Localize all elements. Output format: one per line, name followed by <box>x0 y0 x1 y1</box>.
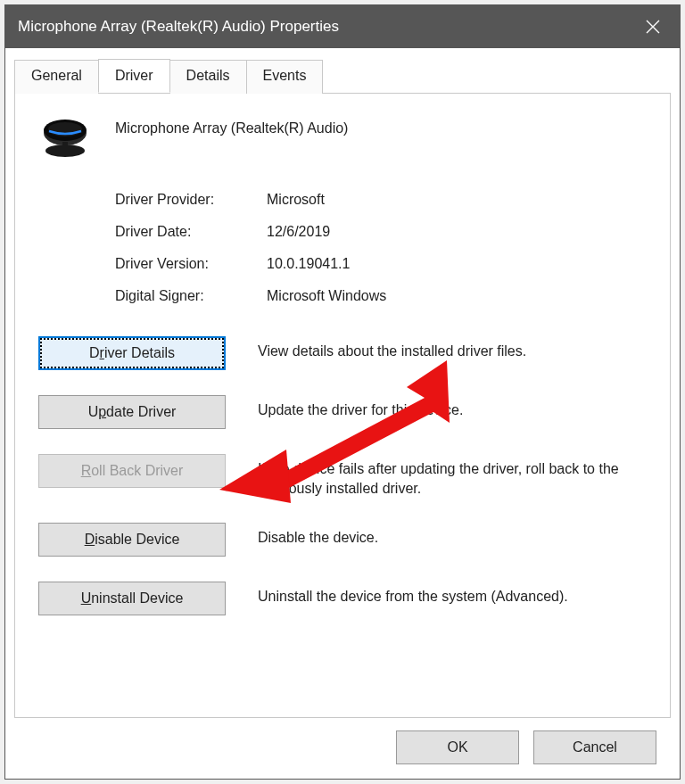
update-driver-button[interactable]: Update Driver <box>38 395 226 429</box>
tab-details[interactable]: Details <box>169 60 247 94</box>
date-label: Driver Date: <box>115 224 267 240</box>
disable-device-button[interactable]: Disable Device <box>38 523 226 557</box>
version-label: Driver Version: <box>115 256 267 272</box>
close-button[interactable] <box>639 5 667 48</box>
driver-details-desc: View details about the installed driver … <box>258 336 526 361</box>
update-driver-desc: Update the driver for this device. <box>258 395 463 420</box>
info-row-provider: Driver Provider: Microsoft <box>115 192 647 208</box>
info-row-signer: Digital Signer: Microsoft Windows <box>115 288 647 304</box>
action-row-details: Driver Details View details about the in… <box>38 336 647 370</box>
action-row-uninstall: Uninstall Device Uninstall the device fr… <box>38 582 647 615</box>
tab-panel: General Driver Details Events Microph <box>5 48 680 779</box>
uninstall-device-button[interactable]: Uninstall Device <box>38 582 226 615</box>
ok-button[interactable]: OK <box>396 730 519 764</box>
properties-window: Microphone Array (Realtek(R) Audio) Prop… <box>4 4 681 780</box>
svg-rect-4 <box>62 142 68 151</box>
tabs: General Driver Details Events <box>14 59 671 93</box>
action-row-disable: Disable Device Disable the device. <box>38 523 647 557</box>
driver-details-button[interactable]: Driver Details <box>38 336 226 370</box>
driver-info: Driver Provider: Microsoft Driver Date: … <box>115 192 647 304</box>
window-title: Microphone Array (Realtek(R) Audio) Prop… <box>18 18 639 36</box>
rollback-driver-button: Roll Back Driver <box>38 454 226 488</box>
uninstall-device-desc: Uninstall the device from the system (Ad… <box>258 582 568 607</box>
info-row-date: Driver Date: 12/6/2019 <box>115 224 647 240</box>
tab-content-driver: Microphone Array (Realtek(R) Audio) Driv… <box>14 93 671 718</box>
action-row-update: Update Driver Update the driver for this… <box>38 395 647 429</box>
tab-general[interactable]: General <box>14 60 99 94</box>
close-icon <box>646 20 660 34</box>
date-value: 12/6/2019 <box>267 224 330 240</box>
microphone-device-icon <box>38 117 92 160</box>
tab-driver[interactable]: Driver <box>98 59 170 93</box>
rollback-driver-desc: If the device fails after updating the d… <box>258 454 647 498</box>
device-name: Microphone Array (Realtek(R) Audio) <box>115 117 348 136</box>
info-row-version: Driver Version: 10.0.19041.1 <box>115 256 647 272</box>
signer-label: Digital Signer: <box>115 288 267 304</box>
disable-device-desc: Disable the device. <box>258 523 378 548</box>
signer-value: Microsoft Windows <box>267 288 386 304</box>
device-header: Microphone Array (Realtek(R) Audio) <box>38 117 647 160</box>
provider-label: Driver Provider: <box>115 192 267 208</box>
tab-events[interactable]: Events <box>246 60 324 94</box>
cancel-button[interactable]: Cancel <box>533 730 656 764</box>
titlebar: Microphone Array (Realtek(R) Audio) Prop… <box>5 5 680 48</box>
dialog-buttons: OK Cancel <box>14 718 671 779</box>
provider-value: Microsoft <box>267 192 325 208</box>
version-value: 10.0.19041.1 <box>267 256 350 272</box>
action-row-rollback: Roll Back Driver If the device fails aft… <box>38 454 647 498</box>
